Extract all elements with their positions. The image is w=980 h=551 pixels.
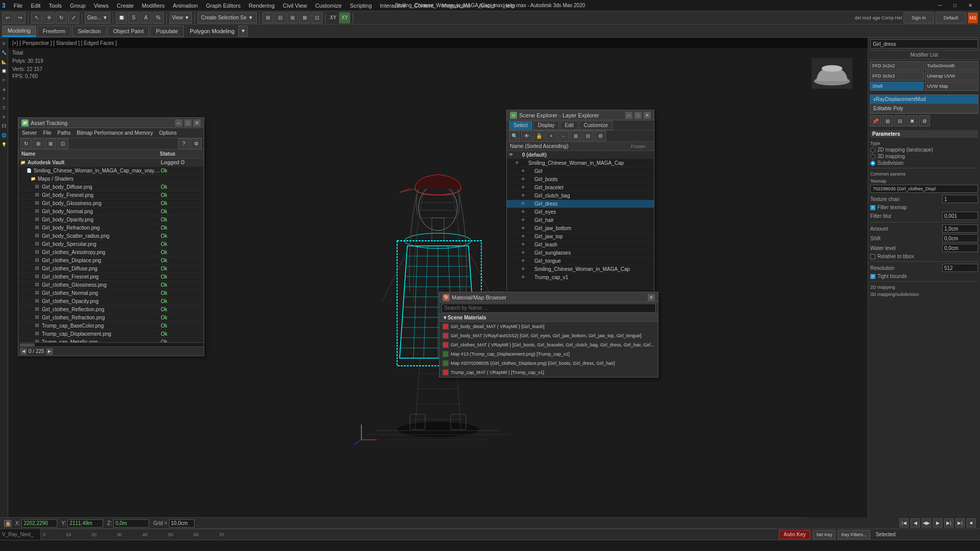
object-name-input[interactable] [870,39,978,48]
pin-stack[interactable]: 📌 [870,115,881,127]
next-key[interactable]: ▶| [944,518,953,528]
mat-item-1[interactable]: Girl_body_MAT (VRayFastSSS2) [Girl, Girl… [439,331,658,340]
asset-view3[interactable]: ⊡ [57,138,68,149]
asset-item-21[interactable]: 🖼Trump_cap_Displacement.pngOk [18,330,204,338]
scene-item-15[interactable]: 👁Trump_cap_v1 [507,273,654,282]
scene-expand[interactable]: ⊞ [570,131,581,142]
sidebar-icon-12[interactable]: 💡 [1,141,8,148]
xy-btn[interactable]: XY [339,12,350,23]
y-input[interactable] [67,519,103,528]
scene-item-14[interactable]: 👁Smiling_Chinese_Woman_in_MAGA_Cap [507,265,654,273]
mat-section-header[interactable]: ▼ Scene Materials [439,314,658,322]
shift-input[interactable] [942,234,978,242]
scene-item-12[interactable]: 👁Girl_sunglasses [507,249,654,257]
select-tool[interactable]: ↖ [31,12,42,23]
close-button[interactable]: ✕ [963,0,978,11]
scene-item-7[interactable]: 👁Girl_eyes [507,208,654,216]
sidebar-icon-8[interactable]: ☰ [1,104,8,111]
scene-maximize[interactable]: □ [634,112,642,119]
play-forward[interactable]: ▶ [933,518,942,528]
scene-item-11[interactable]: 👁Girl_leash [507,241,654,249]
remove-mod[interactable]: ✖ [906,115,918,127]
scene-list[interactable]: 👁0 (default)👁Smiling_Chinese_Woman_in_MA… [507,151,654,294]
scene-item-2[interactable]: 👁Girl [507,167,654,176]
mat-close[interactable]: ✕ [648,294,655,301]
geo-dropdown[interactable]: Geo... ▼ [85,12,110,23]
asset-item-1[interactable]: 📄Smiling_Chinese_Woman_in_MAGA_Cap_max_v… [18,167,204,175]
scene-item-6[interactable]: 👁Girl_dress [507,200,654,208]
menu-animation[interactable]: Animation [168,0,202,11]
tb-btn-4[interactable]: ⊠ [299,12,310,23]
angle-snap[interactable]: A [140,12,152,23]
scene-lock-all[interactable]: 🔒 [533,131,545,142]
sidebar-icon-9[interactable]: ⊕ [1,113,8,120]
menu-tools[interactable]: Tools [44,0,66,11]
scene-item-8[interactable]: 👁Girl_hair [507,216,654,224]
asset-item-17[interactable]: 🖼Girl_clothes_Opacity.pngOk [18,297,204,306]
filter-texmap-cb[interactable]: ✓ [870,205,875,210]
maximize-button[interactable]: □ [947,0,963,11]
asset-item-12[interactable]: 🖼Girl_clothes_Displace.pngOk [18,257,204,265]
scene-minimize[interactable]: ─ [625,112,632,119]
scene-item-9[interactable]: 👁Girl_jaw_bottom [507,224,654,233]
asset-item-3[interactable]: 🖼Girl_body_Diffuse.pngOk [18,183,204,191]
asset-menu-bitmap-performance-and-memory[interactable]: Bitmap Performance and Memory [75,130,155,136]
sidebar-icon-5[interactable]: ⟳ [1,77,8,84]
stack-vray-displace[interactable]: vRayDisplacementMod [870,95,978,104]
scene-item-13[interactable]: 👁Girl_tongue [507,257,654,265]
stack-editable-poly[interactable]: Editable Poly [870,104,978,113]
texture-chan-input[interactable] [942,195,978,203]
asset-item-13[interactable]: 🖼Girl_clothes_Diffuse.pngOk [18,265,204,273]
undo-button[interactable]: ↩ [2,12,13,23]
mod-turbsmooth[interactable]: TurboSmooth [925,61,979,70]
asset-item-15[interactable]: 🖼Girl_clothes_Glossiness.pngOk [18,281,204,289]
filter-blur-input[interactable] [942,212,978,220]
minimize-button[interactable]: ─ [932,0,947,11]
ms-btn[interactable]: MS [968,12,978,23]
tab-selection[interactable]: Selection [72,26,106,37]
autokey-button[interactable]: Auto Key [779,530,811,539]
asset-view2[interactable]: ⊠ [45,138,56,149]
create-selection-button[interactable]: Create Selection Se ▼ [198,12,257,23]
move-tool[interactable]: ✛ [43,12,55,23]
make-unique[interactable]: ⊟ [894,115,905,127]
scene-collapse[interactable]: ⊟ [582,131,594,142]
sidebar-icon-3[interactable]: 📐 [1,58,8,65]
scene-item-1[interactable]: 👁Smiling_Chinese_Woman_in_MAGA_Cap [507,159,654,167]
asset-view1[interactable]: ⊞ [33,138,44,149]
timeline-track[interactable]: 0 10 20 30 40 50 60 70 [41,529,776,540]
asset-list[interactable]: 📁Autodesk VaultLogged O📄Smiling_Chinese_… [18,159,204,342]
relative-bbox-cb[interactable] [870,254,875,259]
asset-close[interactable]: ✕ [193,119,201,127]
scene-tab-edit[interactable]: Edit [560,121,578,130]
tb-btn-1[interactable]: ⊞ [262,12,274,23]
scene-add[interactable]: + [546,131,557,142]
menu-scripting[interactable]: Scripting [346,0,376,11]
mat-item-3[interactable]: Map #13 (Trump_cap_Displacement.png) [Tr… [439,349,658,359]
sidebar-icon-11[interactable]: 🌐 [1,132,8,139]
config-mods[interactable]: ⚙ [919,115,930,127]
texmap-value[interactable]: 702298035 (Girl_clothes_Displ [870,185,978,193]
mat-item-4[interactable]: Map #2070298035 (Girl_clothes_Displace.p… [439,359,658,368]
redo-button[interactable]: ↪ [14,12,26,23]
asset-help[interactable]: ? [178,138,189,149]
water-level-input[interactable] [942,244,978,252]
tb-btn-3[interactable]: ⊞ [287,12,298,23]
prev-frame[interactable]: |◀ [899,518,909,528]
mod-uvwmap[interactable]: UVW Map [925,82,979,91]
mod-ffd3[interactable]: FFD 3x3x3 [870,71,924,81]
sidebar-icon-6[interactable]: ◈ [1,86,8,93]
z-input[interactable] [113,519,149,528]
asset-item-20[interactable]: 🖼Trump_cap_BaseColor.pngOk [18,322,204,330]
type-3d[interactable]: 3D mapping [870,154,978,159]
sidebar-icon-2[interactable]: 🔧 [1,49,8,56]
asset-menu-file[interactable]: File [41,130,53,136]
menu-graph-editors[interactable]: Graph Editors [202,0,244,11]
menu-modifiers[interactable]: Modifiers [138,0,169,11]
tab-modeling[interactable]: Modeling [2,26,36,37]
tab-freeform[interactable]: Freeform [37,26,71,37]
amount-input[interactable] [942,224,978,233]
asset-item-5[interactable]: 🖼Girl_body_Glossiness.pngOk [18,199,204,208]
tb-btn-2[interactable]: ⊟ [275,12,286,23]
scene-tab-customize[interactable]: Customize [579,121,612,130]
